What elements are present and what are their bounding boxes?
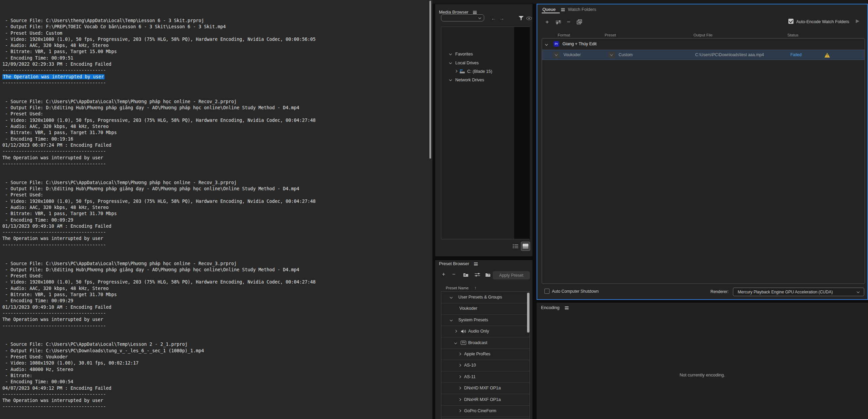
preset-settings-icon[interactable] (475, 273, 480, 277)
chevron-right-icon[interactable] (458, 398, 461, 401)
active-tab-underline (542, 13, 560, 13)
preview-eye-icon[interactable] (526, 17, 532, 20)
preset-tree-item-label: AS-11 (464, 374, 476, 379)
tab-watch-folders[interactable]: Watch Folders (568, 7, 596, 12)
media-tree-item-local-drives[interactable]: Local Drives (441, 60, 514, 66)
log-detail-line: - Preset Used: Voukoder (2, 354, 424, 360)
preset-tree-item-as-10[interactable]: AS-10 (441, 360, 529, 371)
log-line (2, 86, 424, 92)
queue-item-format[interactable]: Voukoder (563, 52, 581, 57)
tab-queue[interactable]: Queue (542, 7, 565, 12)
chevron-right-icon[interactable] (458, 387, 461, 389)
log-detail-line: - Bitrate: VBR, 1 pass, Target 15.00 Mbp… (2, 49, 424, 55)
log-timestamp-line: 12/09/2022 02:29:33 PM : Encoding Failed (2, 61, 424, 67)
chevron-down-icon[interactable] (449, 52, 452, 55)
preset-tree-item-user-presets-groups[interactable]: User Presets & Groups (441, 292, 529, 303)
chevron-right-icon[interactable] (458, 375, 461, 378)
preset-tree-item-as-11[interactable]: AS-11 (441, 371, 529, 383)
remove-item-icon[interactable]: − (567, 19, 570, 26)
import-preset-icon[interactable] (485, 273, 491, 277)
column-header-preset[interactable]: Preset (605, 33, 616, 37)
panel-menu-icon[interactable] (473, 11, 477, 14)
log-line (2, 167, 424, 173)
encoding-title: Encoding (541, 305, 569, 310)
back-icon[interactable]: ← (491, 16, 496, 21)
media-tree-item-label: C: (Blade 15) (467, 68, 492, 75)
preset-tree-item-voukoder[interactable]: Voukoder (441, 303, 529, 315)
media-tree-item-c-blade-15-[interactable]: C: (Blade 15) (441, 68, 514, 75)
thumbnail-view-button[interactable] (521, 242, 530, 251)
log-detail-line: - Audio: AAC, 320 kbps, 48 kHz, Stereo (2, 124, 424, 130)
apply-preset-button[interactable]: Apply Preset (493, 271, 530, 279)
column-header-format[interactable]: Format (558, 33, 570, 37)
start-queue-icon[interactable]: ▶ (856, 18, 859, 23)
renderer-select[interactable]: Mercury Playback Engine GPU Acceleration… (733, 288, 864, 296)
encoding-title-label: Encoding (541, 305, 559, 310)
queue-list: Pr Giang + Thúy Edit Voukoder Custom C:\… (542, 38, 865, 284)
log-timestamp-line: 01/12/2023 06:07:24 PM : Encoding Failed (2, 142, 424, 148)
panel-menu-icon[interactable] (565, 306, 569, 309)
chevron-down-icon[interactable] (450, 319, 453, 321)
column-header-output-file[interactable]: Output File (693, 33, 713, 37)
chevron-right-icon[interactable] (454, 330, 457, 333)
chevron-down-icon[interactable] (449, 78, 452, 81)
chevron-right-icon[interactable] (455, 70, 457, 72)
queue-item-preset[interactable]: Custom (619, 52, 633, 57)
auto-encode-checkbox[interactable] (788, 19, 793, 24)
chevron-down-icon[interactable] (450, 296, 453, 299)
queue-item-output-file[interactable]: C:\Users\PC\Downloads\test aaa.mp4 (695, 52, 764, 57)
stop-queue-icon[interactable]: ■ (845, 19, 848, 24)
media-browser-title-label: Media Browser (439, 10, 469, 15)
preset-tree-item-system-presets[interactable]: System Presets (441, 315, 529, 326)
media-tree-item-favorites[interactable]: Favorites (441, 51, 514, 58)
preset-browser-panel: Preset Browser + − Apply Preset (435, 260, 533, 419)
chevron-down-icon[interactable] (454, 341, 457, 344)
remove-preset-icon[interactable]: − (452, 271, 455, 277)
queue-item-status[interactable]: Failed (790, 52, 802, 57)
chevron-down-icon (857, 290, 859, 293)
chevron-right-icon[interactable] (458, 364, 461, 367)
new-preset-group-icon[interactable] (463, 273, 469, 277)
log-separator-line: -------------------------------------- (2, 404, 424, 410)
preset-tree-item-broadcast[interactable]: TVBroadcast (441, 337, 529, 349)
preset-tree-item-label: User Presets & Groups (458, 295, 502, 300)
duplicate-icon[interactable] (577, 19, 582, 25)
media-browser-dropdown[interactable] (441, 14, 484, 21)
chevron-down-icon[interactable] (545, 43, 548, 46)
add-output-icon[interactable] (556, 20, 561, 25)
filter-icon[interactable] (519, 16, 524, 20)
log-detail-line: - Source File: C:\Users\PC\AppData\Local… (2, 180, 424, 186)
forward-icon[interactable]: → (499, 16, 504, 21)
preset-tree-item-apple-prores[interactable]: Apple ProRes (441, 349, 529, 360)
chevron-right-icon[interactable] (458, 409, 461, 412)
panel-menu-icon[interactable] (474, 262, 478, 265)
list-view-icon[interactable] (513, 244, 518, 248)
chevron-right-icon[interactable] (458, 353, 461, 355)
media-tree-item-network-drives[interactable]: Network Drives (441, 77, 514, 83)
column-header-status[interactable]: Status (787, 33, 799, 37)
auto-shutdown-label: Auto Computer Shutdown (552, 289, 599, 294)
preset-tree-item-label: System Presets (458, 318, 488, 322)
preset-tree-item-label: Broadcast (468, 340, 487, 345)
warning-icon[interactable] (824, 53, 830, 58)
add-source-icon[interactable]: + (545, 19, 549, 26)
panel-menu-icon[interactable] (561, 8, 565, 11)
log-separator-line: -------------------------------------- (2, 391, 424, 398)
preset-tree-item-dnxhd-mxf-op1a[interactable]: DNxHD MXF OP1a (441, 383, 529, 394)
premiere-pro-badge-icon: Pr (554, 41, 559, 47)
format-dropdown[interactable] (553, 52, 560, 58)
queue-group-row[interactable]: Pr Giang + Thúy Edit (542, 40, 865, 50)
preset-tree-item-audio-only[interactable]: Audio Only (441, 326, 529, 337)
preset-dropdown[interactable] (608, 52, 615, 58)
log-separator-line: -------------------------------------- (2, 80, 424, 86)
preset-tree-item-gopro-cineform[interactable]: GoPro CineForm (441, 405, 529, 417)
preset-list-scrollbar[interactable] (527, 293, 529, 333)
add-preset-icon[interactable]: + (442, 271, 445, 277)
preset-tree-item-dnxhr-mxf-op1a[interactable]: DNxHR MXF OP1a (441, 394, 529, 406)
queue-item-row-selected[interactable]: Voukoder Custom C:\Users\PC\Downloads\te… (542, 50, 865, 60)
preset-name-column-header[interactable]: Preset Name ↑ (446, 286, 476, 290)
log-timestamp-line: 01/13/2023 09:49:10 AM : Encoding Failed (2, 223, 424, 229)
chevron-down-icon[interactable] (449, 61, 452, 64)
log-scrollbar[interactable] (429, 1, 431, 159)
auto-shutdown-checkbox[interactable] (544, 289, 550, 294)
